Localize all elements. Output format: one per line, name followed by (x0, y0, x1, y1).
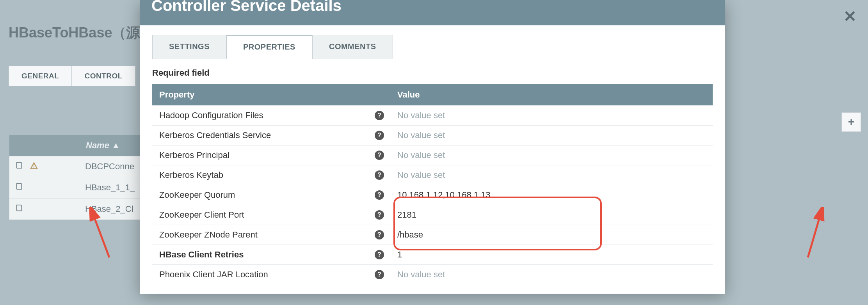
property-row[interactable]: ZooKeeper Client Port?2181 (152, 205, 713, 225)
properties-table: Property Value Hadoop Configuration File… (152, 84, 713, 284)
tab-properties[interactable]: PROPERTIES (226, 35, 312, 59)
property-name: ZooKeeper Client Port? (152, 205, 390, 225)
service-name: HBase_2_Cl (80, 199, 140, 220)
property-name: ZooKeeper ZNode Parent? (152, 225, 390, 245)
property-value[interactable]: No value set (390, 165, 632, 185)
property-value[interactable]: 10.168.1.12,10.168.1.13 (390, 185, 632, 205)
help-icon[interactable]: ? (375, 170, 384, 180)
property-spacer (632, 165, 713, 185)
col-property: Property (152, 84, 390, 106)
col-icons (9, 135, 80, 156)
plus-icon: + (848, 116, 854, 128)
property-name: Kerberos Credentials Service? (152, 126, 390, 145)
property-spacer (632, 265, 713, 285)
property-value[interactable]: No value set (390, 126, 632, 145)
property-spacer (632, 205, 713, 225)
property-name: Kerberos Principal? (152, 145, 390, 165)
add-controller-service-button[interactable]: + (841, 112, 861, 132)
col-value: Value (390, 84, 632, 106)
dialog-title: Controller Service Details (151, 0, 342, 14)
property-spacer (632, 225, 713, 245)
help-icon[interactable]: ? (375, 210, 384, 220)
bg-tab-general[interactable]: GENERAL (9, 66, 72, 86)
book-icon (15, 161, 23, 172)
dialog-header: Controller Service Details (140, 0, 725, 25)
help-icon[interactable]: ? (375, 230, 384, 239)
bg-tab-controller[interactable]: CONTROL (72, 66, 135, 86)
property-value[interactable]: 2181 (390, 205, 632, 225)
property-name: Phoenix Client JAR Location? (152, 265, 390, 285)
property-name: Kerberos Keytab? (152, 165, 390, 185)
book-icon (15, 182, 23, 193)
property-row[interactable]: Phoenix Client JAR Location?No value set (152, 265, 713, 285)
property-row[interactable]: Kerberos Principal?No value set (152, 145, 713, 165)
service-name: HBase_1_1_ (80, 177, 140, 199)
help-icon[interactable]: ? (375, 190, 384, 200)
property-value[interactable]: No value set (390, 106, 632, 126)
close-icon: ✕ (843, 7, 857, 25)
property-name: ZooKeeper Quorum? (152, 185, 390, 205)
property-row[interactable]: Kerberos Keytab?No value set (152, 165, 713, 185)
controller-service-details-dialog: Controller Service Details SETTINGS PROP… (140, 0, 725, 294)
service-name: DBCPConne (80, 156, 140, 177)
property-value[interactable]: No value set (390, 265, 632, 285)
close-button[interactable]: ✕ (841, 7, 859, 26)
help-icon[interactable]: ? (375, 250, 384, 259)
help-icon[interactable]: ? (375, 111, 384, 120)
book-icon (15, 204, 23, 215)
col-spacer (632, 84, 713, 106)
tab-settings[interactable]: SETTINGS (152, 35, 226, 59)
dialog-tabs: SETTINGS PROPERTIES COMMENTS (152, 35, 713, 59)
property-value[interactable]: /hbase (390, 225, 632, 245)
property-spacer (632, 145, 713, 165)
property-row[interactable]: HBase Client Retries?1 (152, 245, 713, 265)
property-row[interactable]: ZooKeeper Quorum?10.168.1.12,10.168.1.13 (152, 185, 713, 205)
property-name: HBase Client Retries? (152, 245, 390, 265)
property-value[interactable]: No value set (390, 145, 632, 165)
help-icon[interactable]: ? (375, 131, 384, 140)
property-name: Hadoop Configuration Files? (152, 106, 390, 126)
dialog-body: SETTINGS PROPERTIES COMMENTS Required fi… (140, 25, 725, 294)
help-icon[interactable]: ? (375, 270, 384, 279)
help-icon[interactable]: ? (375, 151, 384, 160)
col-name[interactable]: Name ▲ (80, 135, 140, 156)
property-spacer (632, 106, 713, 126)
property-spacer (632, 126, 713, 145)
property-row[interactable]: Hadoop Configuration Files?No value set (152, 106, 713, 126)
property-spacer (632, 245, 713, 265)
required-field-label: Required field (152, 68, 713, 78)
warning-icon (30, 161, 38, 172)
property-value[interactable]: 1 (390, 245, 632, 265)
tab-comments[interactable]: COMMENTS (312, 35, 393, 59)
property-row[interactable]: ZooKeeper ZNode Parent?/hbase (152, 225, 713, 245)
property-spacer (632, 185, 713, 205)
property-row[interactable]: Kerberos Credentials Service?No value se… (152, 126, 713, 145)
